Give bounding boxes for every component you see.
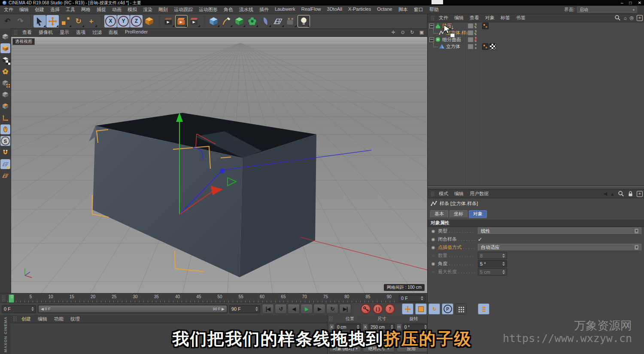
menu-item[interactable]: 运动图形	[196, 6, 221, 13]
viewport-canvas[interactable]: 透视视图 网格间距 : 100 cm	[11, 37, 427, 293]
interface-select[interactable]: 启动	[577, 6, 637, 13]
om-home-icon[interactable]: ⌂	[624, 15, 627, 21]
viewport-zoom-icon[interactable]: ⊙	[400, 30, 406, 35]
y-axis-lock-button[interactable]: Y	[117, 15, 130, 27]
expand-toggle-icon[interactable]	[429, 24, 434, 28]
next-frame-button[interactable]: ▶	[313, 304, 325, 314]
menu-item[interactable]: 网格	[78, 6, 94, 13]
object-manager-menu-item[interactable]: 编辑	[451, 15, 467, 21]
material-menu-item[interactable]: 纹理	[67, 316, 83, 322]
end-frame-field[interactable]: 90 F	[229, 305, 260, 313]
menu-item[interactable]: 窗口	[411, 6, 426, 13]
camera-button[interactable]	[285, 15, 297, 27]
close-spline-checkbox[interactable]: ✓	[478, 236, 482, 242]
rotate-button[interactable]: ↻	[72, 15, 85, 27]
viewport-pan-icon[interactable]: ✛	[390, 30, 396, 35]
layer-chip[interactable]	[468, 44, 474, 49]
play-button[interactable]: ▶	[301, 304, 313, 314]
type-dropdown[interactable]: 线性	[478, 227, 641, 235]
viewport-menu-item[interactable]: 面板	[105, 29, 122, 36]
next-key-button[interactable]: ↻	[326, 304, 338, 314]
menu-item[interactable]: 流水线	[236, 6, 256, 13]
stepper-icon[interactable]	[31, 307, 34, 311]
enabled-state[interactable]: ✓	[474, 23, 477, 29]
keyable-dot-icon[interactable]: ◉	[431, 261, 436, 266]
menu-item[interactable]: 帮助	[426, 6, 442, 13]
current-frame-field[interactable]: 0 F	[2, 305, 36, 313]
viewport-menu-item[interactable]: 查看	[19, 29, 35, 36]
live-select-button[interactable]	[33, 15, 46, 27]
stepper-icon[interactable]	[502, 262, 505, 266]
object-row-extrude[interactable]: 挤压 ✓	[428, 22, 644, 29]
panel-grip-icon[interactable]	[329, 316, 333, 321]
keyable-dot-icon[interactable]: ○	[431, 269, 436, 274]
stepper-icon[interactable]	[421, 296, 423, 300]
am-up-icon[interactable]: ▲	[610, 191, 615, 197]
om-target-icon[interactable]: ◎	[629, 15, 634, 21]
goto-start-button[interactable]: |◀	[262, 304, 274, 314]
redo-button[interactable]: ↷	[14, 15, 27, 27]
viewport-menu-item[interactable]: ProRender	[122, 29, 151, 36]
move-button[interactable]	[46, 15, 59, 27]
panel-splitter[interactable]	[428, 185, 644, 190]
om-search-icon[interactable]	[614, 15, 621, 21]
menu-item[interactable]: RealFlow	[298, 6, 324, 13]
visibility-toggles[interactable]	[475, 44, 477, 49]
menu-item[interactable]: 动画	[109, 6, 125, 13]
texture-tag-icon[interactable]	[489, 43, 496, 50]
edges-mode-button[interactable]	[0, 90, 10, 100]
prev-key-button[interactable]: ↺	[275, 304, 287, 314]
stepper-icon[interactable]	[255, 307, 258, 311]
generators-button[interactable]	[233, 15, 246, 27]
panel-grip-icon[interactable]	[431, 15, 434, 21]
menu-item[interactable]: 脚本	[395, 6, 411, 13]
pla-key-toggle[interactable]	[455, 303, 467, 315]
spline-pen-button[interactable]	[220, 15, 233, 27]
panel-grip-icon[interactable]	[431, 191, 434, 197]
stepper-icon[interactable]	[502, 254, 505, 258]
frame-field-right[interactable]: 0 F	[399, 295, 425, 302]
count-field[interactable]: 8	[478, 252, 507, 259]
z-axis-lock-button[interactable]: Z	[130, 15, 143, 27]
menu-item[interactable]: 捕捉	[94, 6, 109, 13]
light-button[interactable]	[298, 15, 310, 27]
menu-item[interactable]: 雕刻	[155, 6, 171, 13]
layer-chip[interactable]	[468, 37, 474, 42]
object-manager-menu-item[interactable]: 标签	[498, 15, 513, 21]
expand-toggle-icon[interactable]	[429, 37, 434, 42]
keyframe-help-button[interactable]: ?	[385, 304, 395, 314]
am-lock-icon[interactable]	[627, 191, 634, 197]
position-key-toggle[interactable]	[402, 303, 413, 315]
material-menu-item[interactable]: 功能	[51, 316, 67, 322]
keyable-dot-icon[interactable]: ◉	[431, 229, 436, 233]
menu-item[interactable]: 运动跟踪	[171, 6, 196, 13]
max-length-field[interactable]: 5 cm	[478, 268, 507, 275]
am-back-icon[interactable]: ◀	[604, 191, 607, 197]
parameter-key-toggle[interactable]: P	[442, 303, 453, 315]
layer-chip[interactable]	[468, 23, 474, 29]
am-search-icon[interactable]	[618, 191, 624, 197]
material-menu-item[interactable]: 编辑	[34, 316, 51, 322]
am-add-icon[interactable]	[637, 191, 643, 197]
tab-basic[interactable]: 基本	[430, 210, 448, 218]
mesh-mode-button[interactable]	[0, 67, 10, 76]
workplane-grid-button[interactable]	[0, 171, 10, 181]
menu-item[interactable]: 角色	[221, 6, 236, 13]
object-row-subdivision[interactable]: 细分曲面 ✗	[428, 36, 644, 43]
menu-item[interactable]: 文件	[1, 6, 16, 13]
frame-ruler[interactable]: 051015202530354045505560657075808590	[7, 293, 396, 303]
layer-chip[interactable]	[468, 30, 474, 36]
floor-button[interactable]	[272, 15, 284, 27]
magnet-snap-button[interactable]	[0, 148, 10, 157]
points-mode-button[interactable]	[0, 78, 10, 88]
keyable-dot-icon[interactable]: ◉	[431, 237, 436, 242]
menu-item[interactable]: 模拟	[125, 6, 140, 13]
phong-tag-icon[interactable]	[482, 23, 489, 29]
axis-mode-button[interactable]	[0, 113, 10, 123]
om-add-icon[interactable]	[637, 15, 643, 21]
scale-key-toggle[interactable]	[415, 303, 427, 315]
minimize-button[interactable]: –	[621, 0, 623, 5]
tab-object[interactable]: 对象	[469, 210, 487, 218]
menu-item[interactable]: 插件	[256, 6, 272, 13]
frame-range-slider[interactable]: ◀ 0 F 90 F ▶	[38, 305, 228, 313]
